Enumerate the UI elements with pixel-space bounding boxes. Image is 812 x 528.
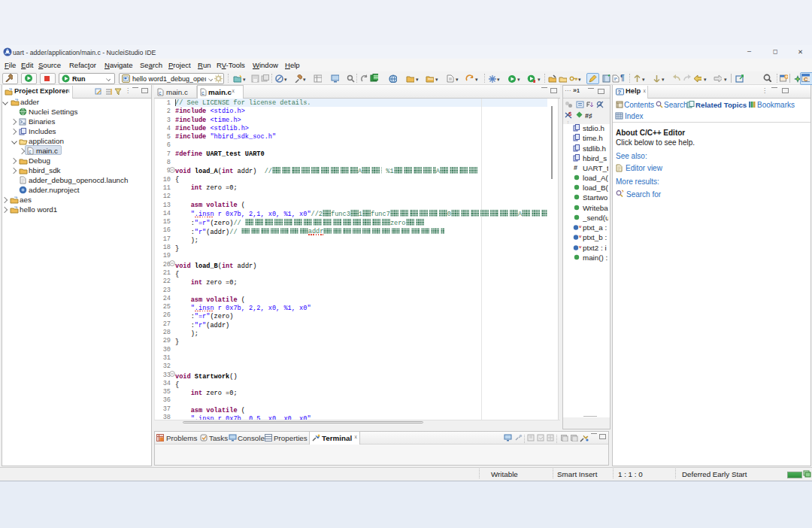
svg-text:c: c [159,90,162,96]
svg-text:v: v [579,244,582,249]
svg-text:c: c [201,90,205,96]
svg-text:c: c [29,149,32,154]
svg-text:v: v [579,234,582,238]
svg-text:v: v [579,224,582,229]
svg-text:S: S [568,111,572,117]
svg-text:?: ? [618,89,622,96]
svg-text:#♯: #♯ [585,112,592,120]
svg-text:C: C [804,76,808,83]
